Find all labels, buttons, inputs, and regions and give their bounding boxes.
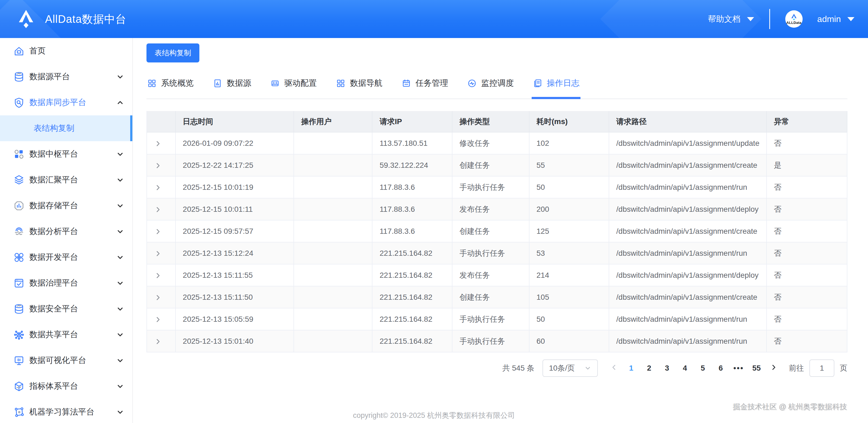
chevron-left-icon bbox=[610, 364, 618, 371]
cell-r5c3: 手动执行任务 bbox=[452, 242, 529, 264]
row-expand-icon[interactable] bbox=[154, 206, 162, 214]
table-row-1: 2025-12-22 14:17:2559.32.122.224创建任务55/d… bbox=[147, 154, 847, 176]
sidebar-item-0[interactable]: 首页 bbox=[0, 38, 132, 64]
cell-r3c4: 200 bbox=[529, 198, 609, 220]
row-expand-icon[interactable] bbox=[154, 294, 162, 301]
cell-r9c5: /dbswitch/admin/api/v1/assignment/run bbox=[609, 330, 767, 352]
goto-suffix-label: 页 bbox=[840, 363, 847, 373]
sidebar-item-1[interactable]: 数据源平台 bbox=[0, 64, 132, 90]
tab-5[interactable]: 监控调度 bbox=[467, 76, 514, 98]
help-docs-menu[interactable]: 帮助文档 bbox=[708, 13, 754, 25]
cell-r4c2: 117.88.3.6 bbox=[372, 220, 452, 242]
goto-page-input[interactable] bbox=[809, 360, 834, 377]
column-header-2: 请求IP bbox=[372, 111, 452, 132]
cell-r6c2: 221.215.164.82 bbox=[372, 264, 452, 286]
table-header-row: 日志时间操作用户请求IP操作类型耗时(ms)请求路径异常 bbox=[147, 111, 847, 132]
ml-icon bbox=[13, 406, 25, 418]
page-button-3[interactable]: 3 bbox=[658, 364, 676, 372]
page-button-2[interactable]: 2 bbox=[640, 364, 658, 372]
cell-r9c0: 2025-12-13 15:01:40 bbox=[176, 330, 294, 352]
sidebar-item-12[interactable]: 指标体系平台 bbox=[0, 373, 132, 399]
page-more-button[interactable]: ••• bbox=[730, 364, 748, 372]
sidebar-item-2[interactable]: 数据库同步平台 bbox=[0, 90, 132, 115]
cell-r0c0: 2026-01-09 09:07:22 bbox=[176, 132, 294, 154]
sidebar-item-8[interactable]: 数据治理平台 bbox=[0, 270, 132, 296]
chevron-down-icon bbox=[116, 279, 124, 287]
home-icon bbox=[13, 45, 25, 57]
chevron-down-icon bbox=[116, 202, 124, 210]
cell-r6c5: /dbswitch/admin/api/v1/assignment/deploy bbox=[609, 264, 767, 286]
tab-4[interactable]: 任务管理 bbox=[401, 76, 448, 98]
sidebar-item-6[interactable]: 数据分析平台 bbox=[0, 219, 132, 244]
user-avatar[interactable]: ALLData bbox=[785, 10, 803, 28]
column-header-0: 日志时间 bbox=[176, 111, 294, 132]
sidebar-item-7[interactable]: 数据开发平台 bbox=[0, 244, 132, 270]
cell-r5c0: 2025-12-13 15:12:24 bbox=[176, 242, 294, 264]
page-size-select[interactable]: 10条/页 bbox=[542, 360, 598, 377]
hub-icon bbox=[13, 148, 25, 160]
expand-cell bbox=[147, 308, 176, 330]
table-row-5: 2025-12-13 15:12:24221.215.164.82手动执行任务5… bbox=[147, 242, 847, 264]
cell-r7c0: 2025-12-13 15:11:50 bbox=[176, 286, 294, 308]
cell-r2c0: 2025-12-15 10:01:19 bbox=[176, 176, 294, 198]
sidebar-item-9[interactable]: 数据安全平台 bbox=[0, 296, 132, 322]
row-expand-icon[interactable] bbox=[154, 162, 162, 169]
cell-r4c5: /dbswitch/admin/api/v1/assignment/create bbox=[609, 220, 767, 242]
page-button-1[interactable]: 1 bbox=[622, 364, 640, 372]
next-page-button[interactable] bbox=[766, 364, 782, 373]
row-expand-icon[interactable] bbox=[154, 272, 162, 279]
previous-page-button[interactable] bbox=[606, 364, 622, 373]
table-structure-copy-button[interactable]: 表结构复制 bbox=[147, 44, 199, 62]
cell-r5c4: 53 bbox=[529, 242, 609, 264]
sidebar-item-5[interactable]: 数据存储平台 bbox=[0, 193, 132, 219]
cell-r6c1 bbox=[294, 264, 372, 286]
table-row-6: 2025-12-13 15:11:55221.215.164.82发布任务214… bbox=[147, 264, 847, 286]
row-expand-icon[interactable] bbox=[154, 338, 162, 345]
sidebar-item-label: 数据中枢平台 bbox=[29, 148, 116, 160]
sidebar-item-label: 数据分析平台 bbox=[29, 226, 116, 237]
tab-6[interactable]: 操作日志 bbox=[532, 76, 580, 98]
sidebar-item-10[interactable]: 数据共享平台 bbox=[0, 322, 132, 347]
cell-r2c6: 否 bbox=[767, 176, 847, 198]
row-expand-icon[interactable] bbox=[154, 228, 162, 235]
page-button-5[interactable]: 5 bbox=[694, 364, 712, 372]
cell-r6c3: 发布任务 bbox=[452, 264, 529, 286]
page-button-55[interactable]: 55 bbox=[748, 364, 766, 372]
row-expand-icon[interactable] bbox=[154, 250, 162, 257]
table-row-9: 2025-12-13 15:01:40221.215.164.82手动执行任务6… bbox=[147, 330, 847, 352]
avatar-logo-icon bbox=[790, 13, 798, 21]
sidebar-item-11[interactable]: BI数据可视化平台 bbox=[0, 347, 132, 373]
sidebar-item-4[interactable]: 数据汇聚平台 bbox=[0, 167, 132, 193]
page-button-4[interactable]: 4 bbox=[676, 364, 694, 372]
svg-text:BI: BI bbox=[18, 358, 21, 362]
tab-label: 监控调度 bbox=[481, 78, 514, 89]
sidebar-subitem-0[interactable]: 表结构复制 bbox=[0, 115, 132, 141]
brand: AllData数据中台 bbox=[15, 9, 126, 29]
cell-r0c4: 102 bbox=[529, 132, 609, 154]
sidebar-item-13[interactable]: 机器学习算法平台 bbox=[0, 399, 132, 423]
table-row-0: 2026-01-09 09:07:22113.57.180.51修改任务102/… bbox=[147, 132, 847, 154]
shield-search-icon bbox=[13, 97, 25, 109]
datasource-icon bbox=[13, 71, 25, 83]
cell-r3c1 bbox=[294, 198, 372, 220]
page-button-6[interactable]: 6 bbox=[712, 364, 730, 372]
row-expand-icon[interactable] bbox=[154, 316, 162, 323]
cell-r0c6: 否 bbox=[767, 132, 847, 154]
cell-r9c3: 手动执行任务 bbox=[452, 330, 529, 352]
cell-r4c1 bbox=[294, 220, 372, 242]
develop-icon bbox=[13, 251, 25, 263]
cell-r3c2: 117.88.3.6 bbox=[372, 198, 452, 220]
tab-0[interactable]: 系统概览 bbox=[147, 76, 194, 98]
row-expand-icon[interactable] bbox=[154, 184, 162, 191]
sidebar-item-label: 数据安全平台 bbox=[29, 303, 116, 314]
cell-r6c6: 否 bbox=[767, 264, 847, 286]
sidebar-item-label: 数据治理平台 bbox=[29, 278, 116, 289]
row-expand-icon[interactable] bbox=[154, 140, 162, 147]
user-menu[interactable]: admin bbox=[817, 14, 855, 24]
sidebar-item-3[interactable]: 数据中枢平台 bbox=[0, 141, 132, 167]
cell-r3c5: /dbswitch/admin/api/v1/assignment/deploy bbox=[609, 198, 767, 220]
tab-2[interactable]: 驱动配置 bbox=[270, 76, 317, 98]
tab-1[interactable]: 数据源 bbox=[212, 76, 252, 98]
expand-cell bbox=[147, 132, 176, 154]
tab-3[interactable]: 数据导航 bbox=[335, 76, 383, 98]
